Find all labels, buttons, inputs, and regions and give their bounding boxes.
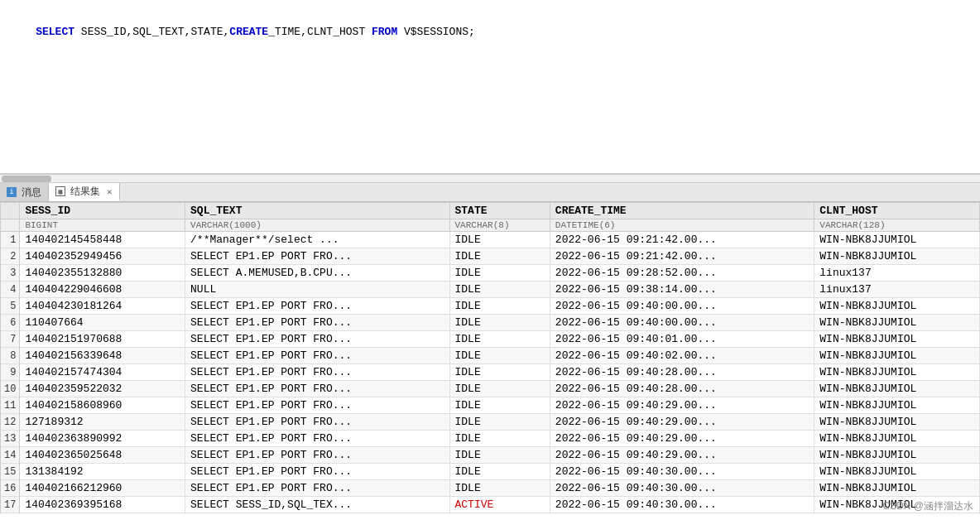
watermark: CSDN @涵拌溜达水: [882, 499, 973, 513]
cell-state: IDLE: [449, 265, 550, 282]
table-row: 11 140402158608960 SELECT EP1.EP PORT FR…: [1, 397, 980, 414]
cell-sql-text: SELECT SESS_ID,SQL_TEX...: [185, 497, 449, 513]
table-row: 1 140402145458448 /**Manager**/select ..…: [1, 232, 980, 248]
cell-state: IDLE: [449, 397, 550, 414]
cell-create-time: 2022-06-15 09:40:29.00...: [550, 431, 814, 447]
tab-messages[interactable]: i 消息: [0, 183, 49, 201]
cell-clnt-host: WIN-NBK8JJUMIOL: [814, 248, 980, 265]
cell-sess-id: 140402352949456: [20, 248, 185, 265]
cell-sql-text: SELECT EP1.EP PORT FRO...: [185, 397, 449, 414]
cell-sql-text: /**Manager**/select ...: [185, 232, 449, 248]
tab-results-label: 结果集: [70, 185, 100, 199]
row-number: 13: [1, 431, 20, 447]
row-number: 10: [1, 381, 20, 397]
tab-close-icon[interactable]: ✕: [107, 186, 113, 197]
row-number: 8: [1, 348, 20, 364]
table-row: 4 140404229046608 NULL IDLE 2022-06-15 0…: [1, 282, 980, 298]
cell-create-time: 2022-06-15 09:40:28.00...: [550, 381, 814, 397]
cell-create-time: 2022-06-15 09:40:29.00...: [550, 447, 814, 464]
cell-clnt-host: WIN-NBK8JJUMIOL: [814, 480, 980, 497]
col-type-sql-text: VARCHAR(1000): [185, 219, 449, 232]
cell-create-time: 2022-06-15 09:21:42.00...: [550, 232, 814, 248]
sql-line-1: SELECT SESS_ID,SQL_TEXT,STATE,CREATE_TIM…: [10, 7, 970, 58]
table-row: 2 140402352949456 SELECT EP1.EP PORT FRO…: [1, 248, 980, 265]
cell-sess-id: 140402158608960: [20, 397, 185, 414]
row-number: 14: [1, 447, 20, 464]
grid-icon: ▦: [55, 186, 65, 196]
cell-clnt-host: WIN-NBK8JJUMIOL: [814, 232, 980, 248]
col-header-clnt-host: CLNT_HOST: [814, 203, 980, 219]
cell-sql-text: SELECT EP1.EP PORT FRO...: [185, 480, 449, 497]
col-type-sess-id: BIGINT: [20, 219, 185, 232]
row-number: 9: [1, 364, 20, 381]
tab-bar: i 消息 ▦ 结果集 ✕: [0, 182, 980, 202]
cell-clnt-host: WIN-NBK8JJUMIOL: [814, 315, 980, 331]
col-header-sess-id: SESS_ID: [20, 203, 185, 219]
cell-sess-id: 127189312: [20, 414, 185, 431]
cell-state: IDLE: [449, 364, 550, 381]
cell-state: IDLE: [449, 282, 550, 298]
col-type-clnt-host: VARCHAR(128): [814, 219, 980, 232]
table-row: 9 140402157474304 SELECT EP1.EP PORT FRO…: [1, 364, 980, 381]
cell-create-time: 2022-06-15 09:40:01.00...: [550, 331, 814, 348]
table-row: 5 140404230181264 SELECT EP1.EP PORT FRO…: [1, 298, 980, 315]
horizontal-scrollbar[interactable]: [0, 174, 980, 182]
table-body: 1 140402145458448 /**Manager**/select ..…: [1, 232, 980, 513]
row-number: 5: [1, 298, 20, 315]
col-header-state: STATE: [449, 203, 550, 219]
sql-editor[interactable]: SELECT SESS_ID,SQL_TEXT,STATE,CREATE_TIM…: [0, 0, 980, 174]
table-row: 17 140402369395168 SELECT SESS_ID,SQL_TE…: [1, 497, 980, 513]
cell-sql-text: SELECT EP1.EP PORT FRO...: [185, 431, 449, 447]
results-table: SESS_ID SQL_TEXT STATE CREATE_TIME CLNT_…: [0, 202, 980, 513]
cell-clnt-host: WIN-NBK8JJUMIOL: [814, 348, 980, 364]
results-area[interactable]: SESS_ID SQL_TEXT STATE CREATE_TIME CLNT_…: [0, 202, 980, 520]
cell-create-time: 2022-06-15 09:38:14.00...: [550, 282, 814, 298]
row-number: 16: [1, 480, 20, 497]
cell-clnt-host: WIN-NBK8JJUMIOL: [814, 331, 980, 348]
cell-clnt-host: WIN-NBK8JJUMIOL: [814, 464, 980, 480]
cell-create-time: 2022-06-15 09:28:52.00...: [550, 265, 814, 282]
cell-state: IDLE: [449, 348, 550, 364]
cell-sess-id: 140404230181264: [20, 298, 185, 315]
cell-sess-id: 140402365025648: [20, 447, 185, 464]
table-row: 10 140402359522032 SELECT EP1.EP PORT FR…: [1, 381, 980, 397]
row-number: 3: [1, 265, 20, 282]
table-row: 15 131384192 SELECT EP1.EP PORT FRO... I…: [1, 464, 980, 480]
row-number: 6: [1, 315, 20, 331]
cell-clnt-host: linux137: [814, 265, 980, 282]
table-row: 8 140402156339648 SELECT EP1.EP PORT FRO…: [1, 348, 980, 364]
cell-sess-id: 140402355132880: [20, 265, 185, 282]
scroll-thumb[interactable]: [2, 176, 51, 182]
col-type-state: VARCHAR(8): [449, 219, 550, 232]
table-row: 12 127189312 SELECT EP1.EP PORT FRO... I…: [1, 414, 980, 431]
cell-clnt-host: WIN-NBK8JJUMIOL: [814, 431, 980, 447]
cell-create-time: 2022-06-15 09:40:30.00...: [550, 464, 814, 480]
cell-sql-text: SELECT EP1.EP PORT FRO...: [185, 464, 449, 480]
cell-sess-id: 140402156339648: [20, 348, 185, 364]
cell-sql-text: SELECT EP1.EP PORT FRO...: [185, 364, 449, 381]
table-row: 3 140402355132880 SELECT A.MEMUSED,B.CPU…: [1, 265, 980, 282]
table-row: 13 140402363890992 SELECT EP1.EP PORT FR…: [1, 431, 980, 447]
cell-sess-id: 140402166212960: [20, 480, 185, 497]
row-number: 12: [1, 414, 20, 431]
cell-sess-id: 140402363890992: [20, 431, 185, 447]
cell-sess-id: 140402151970688: [20, 331, 185, 348]
tab-results[interactable]: ▦ 结果集 ✕: [49, 183, 120, 201]
cell-clnt-host: WIN-NBK8JJUMIOL: [814, 364, 980, 381]
cell-state: IDLE: [449, 248, 550, 265]
table-row: 6 110407664 SELECT EP1.EP PORT FRO... ID…: [1, 315, 980, 331]
cell-state: IDLE: [449, 298, 550, 315]
table-row: 14 140402365025648 SELECT EP1.EP PORT FR…: [1, 447, 980, 464]
cell-sess-id: 131384192: [20, 464, 185, 480]
cell-clnt-host: WIN-NBK8JJUMIOL: [814, 298, 980, 315]
cell-sess-id: 140404229046608: [20, 282, 185, 298]
cell-sql-text: NULL: [185, 282, 449, 298]
row-number: 4: [1, 282, 20, 298]
cell-sess-id: 140402359522032: [20, 381, 185, 397]
cell-sess-id: 140402157474304: [20, 364, 185, 381]
cell-sess-id: 140402369395168: [20, 497, 185, 513]
cell-state: IDLE: [449, 464, 550, 480]
cell-sql-text: SELECT EP1.EP PORT FRO...: [185, 298, 449, 315]
cell-create-time: 2022-06-15 09:40:30.00...: [550, 480, 814, 497]
cell-create-time: 2022-06-15 09:40:30.00...: [550, 497, 814, 513]
